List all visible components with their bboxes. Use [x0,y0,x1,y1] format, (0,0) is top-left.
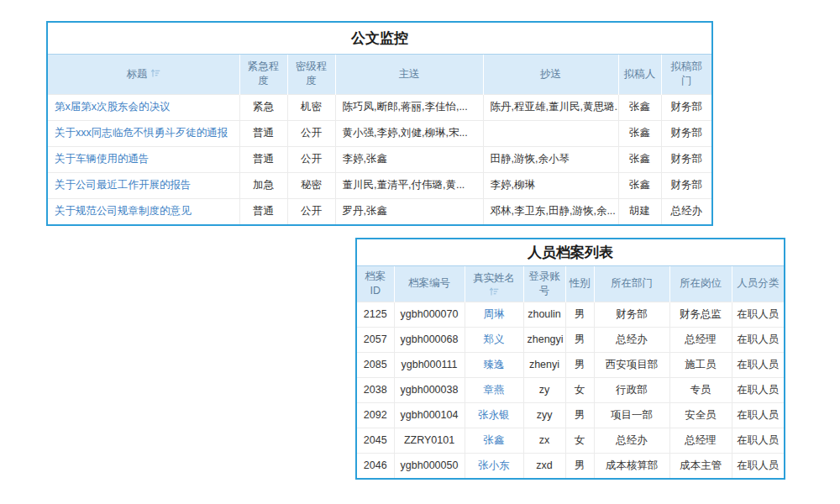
person-name-link[interactable]: 臻逸 [484,359,505,370]
person-name-link[interactable]: 章燕 [484,384,505,396]
header-row: 标题 紧急程度密级程度主送抄送拟稿人拟稿部门 [48,55,711,94]
table-cell: 在职人员 [732,453,784,478]
table-cell: 陈丹,程亚雄,董川民,黄思璐... [483,94,618,120]
column-header-7: 所在岗位 [669,266,732,302]
table-cell: zhenyi [523,352,565,377]
table-cell: 张鑫 [618,172,661,198]
table-cell: 陈巧凤,断郎,蒋丽,李佳怡,... [335,94,483,120]
table-cell: 紧急 [239,94,287,120]
column-label: 性别 [570,277,591,289]
document-monitor-title: 公文监控 [48,23,711,55]
table-cell: 2085 [357,352,394,377]
document-title-link[interactable]: 关于规范公司规章制度的意见 [55,205,192,217]
table-cell: 邓林,李卫东,田静,游恢,余... [483,198,618,224]
table-row: 2045ZZRY0101张鑫zx女总经办总经理在职人员 [357,428,784,453]
person-name-link[interactable]: 张小东 [478,459,510,471]
table-cell: 董川民,董清平,付伟璐,黄... [335,172,483,198]
column-header-2: 档案编号 [394,266,465,302]
person-name-link[interactable]: 张永银 [478,409,510,421]
table-cell: 女 [565,377,594,402]
column-label: 所在岗位 [680,277,722,289]
table-cell: 财务部 [661,146,711,172]
table-row: 2092ygbh000104张永银zyy男项目一部安全员在职人员 [357,402,784,428]
table-cell: ZZRY0101 [394,428,465,453]
table-row: 2085ygbh000111臻逸zhenyi男西安项目部施工员在职人员 [357,352,784,377]
table-cell: 项目一部 [594,402,669,428]
table-cell: 安全员 [669,402,732,428]
table-cell: 财务部 [594,302,669,327]
person-name-link[interactable]: 郑义 [484,333,505,345]
table-cell: 专员 [669,377,732,402]
column-header-1[interactable]: 标题 [48,55,239,94]
table-cell: 在职人员 [732,377,784,402]
table-cell: 男 [565,302,594,327]
column-label: 档案ID [365,270,386,297]
table-cell: zhoulin [523,302,565,327]
table-cell: ygbh000038 [394,377,465,402]
table-cell: 2045 [357,428,394,453]
table-cell: 张鑫 [618,120,661,146]
person-name-link[interactable]: 周琳 [484,308,505,320]
column-header-6: 拟稿人 [618,55,661,94]
sort-icon [489,286,499,297]
column-label: 档案编号 [408,277,450,289]
column-header-1: 档案ID [357,266,394,302]
table-cell: zyy [523,402,565,428]
table-cell: 李婷,张鑫 [335,146,483,172]
table-cell: zy [523,377,565,402]
column-label: 抄送 [540,68,561,80]
document-monitor-grid: 标题 紧急程度密级程度主送抄送拟稿人拟稿部门第x届第x次股东会的决议紧急机密陈巧… [48,55,711,224]
document-title-link[interactable]: 关于公司最近工作开展的报告 [55,179,192,191]
table-cell: 张小东 [465,453,523,478]
table-cell [483,120,618,146]
table-cell: ygbh000050 [394,453,465,478]
document-title-link[interactable]: 第x届第x次股东会的决议 [55,101,171,113]
table-cell: 2125 [357,302,394,327]
table-cell: 成本核算部 [594,453,669,478]
document-title-link[interactable]: 关于xxx同志临危不惧勇斗歹徒的通报 [55,127,228,139]
table-cell: 男 [565,352,594,377]
column-label: 所在部门 [611,277,653,289]
column-label: 拟稿部门 [671,60,703,87]
table-cell: 总经理 [669,327,732,352]
table-row: 2125ygbh000070周琳zhoulin男财务部财务总监在职人员 [357,302,784,327]
table-row: 关于车辆使用的通告普通公开李婷,张鑫田静,游恢,余小琴张鑫财务部 [48,146,711,172]
table-cell: zxd [523,453,565,478]
table-cell: 胡建 [618,198,661,224]
column-header-7: 拟稿部门 [661,55,711,94]
column-header-8: 人员分类 [732,266,784,302]
column-label: 标题 [127,68,148,80]
sort-icon [150,68,160,78]
table-cell: 秘密 [287,172,335,198]
table-cell: 财务部 [661,94,711,120]
column-header-3: 密级程度 [287,55,335,94]
column-header-6: 所在部门 [594,266,669,302]
table-cell: 在职人员 [732,402,784,428]
person-name-link[interactable]: 张鑫 [484,434,505,446]
table-cell: zhengyi [523,327,565,352]
table-cell: 关于公司最近工作开展的报告 [48,172,239,198]
table-cell: 女 [565,428,594,453]
table-cell: 公开 [287,198,335,224]
table-cell: ygbh000070 [394,302,465,327]
table-cell: 财务部 [661,120,711,146]
table-row: 关于xxx同志临危不惧勇斗歹徒的通报普通公开黄小强,李婷,刘健,柳琳,宋...张… [48,120,711,146]
column-label: 主送 [399,68,420,80]
table-cell: 在职人员 [732,428,784,453]
table-cell: ygbh000068 [394,327,465,352]
table-cell: 关于车辆使用的通告 [48,146,239,172]
table-cell: 男 [565,327,594,352]
table-cell: 张鑫 [618,146,661,172]
table-cell: 2057 [357,327,394,352]
column-label: 拟稿人 [624,68,656,80]
table-cell: 男 [565,402,594,428]
table-row: 2057ygbh000068郑义zhengyi男总经办总经理在职人员 [357,327,784,352]
table-row: 关于公司最近工作开展的报告加急秘密董川民,董清平,付伟璐,黄...李婷,柳琳张鑫… [48,172,711,198]
document-title-link[interactable]: 关于车辆使用的通告 [55,153,150,165]
table-cell: 机密 [287,94,335,120]
table-cell: zx [523,428,565,453]
table-row: 2046ygbh000050张小东zxd男成本核算部成本主管在职人员 [357,453,784,478]
table-cell: 财务部 [661,172,711,198]
column-header-3[interactable]: 真实姓名 [465,266,523,302]
table-cell: 2092 [357,402,394,428]
